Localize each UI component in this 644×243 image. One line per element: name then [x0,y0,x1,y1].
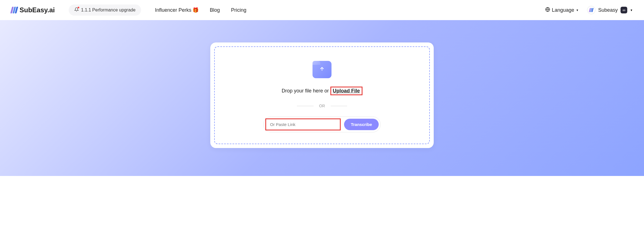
chevron-down-icon: ▼ [630,9,633,12]
logo-text: SubEasy.ai [20,6,55,14]
nav-links: Influencer Perks 🎁 Blog Pricing [155,7,246,13]
upload-folder-icon [313,61,331,78]
upload-file-link[interactable]: Upload File [330,87,362,95]
paste-link-input[interactable] [266,119,340,130]
nav-blog-label: Blog [210,7,220,13]
user-badge: ∞ [621,7,627,13]
header: SubEasy.ai 1.1.1 Performance upgrade Inf… [0,0,644,20]
hero-section: Drop your file here or Upload File OR Tr… [0,20,644,176]
link-input-wrapper [265,118,341,130]
user-avatar [587,6,595,14]
link-input-row: Transcribe [263,116,381,132]
upload-arrow-icon [319,66,325,73]
nav-pricing-label: Pricing [231,7,246,13]
user-name: Subeasy [598,7,618,13]
nav-influencer-perks-label: Influencer Perks [155,7,191,13]
chevron-down-icon: ▼ [576,9,579,12]
logo[interactable]: SubEasy.ai [11,6,55,14]
upgrade-text: 1.1.1 Performance upgrade [81,8,135,13]
logo-icon [11,7,17,13]
nav-pricing[interactable]: Pricing [231,7,246,13]
bell-icon [74,7,79,13]
gift-icon: 🎁 [192,7,199,13]
language-selector[interactable]: Language ▼ [545,7,579,13]
nav-blog[interactable]: Blog [210,7,220,13]
upload-card: Drop your file here or Upload File OR Tr… [210,42,434,148]
globe-icon [545,7,550,13]
transcribe-button[interactable]: Transcribe [344,119,379,130]
or-divider: OR [297,104,347,108]
drop-text: Drop your file here or [282,88,330,94]
upgrade-announcement[interactable]: 1.1.1 Performance upgrade [69,4,141,16]
upload-dropzone[interactable]: Drop your file here or Upload File OR Tr… [214,46,430,144]
language-label: Language [552,7,574,13]
nav-influencer-perks[interactable]: Influencer Perks 🎁 [155,7,199,13]
or-label: OR [319,104,325,108]
header-right: Language ▼ Subeasy ∞ ▼ [545,6,633,14]
upload-text: Drop your file here or Upload File [282,87,362,95]
user-menu[interactable]: Subeasy ∞ ▼ [587,6,633,14]
